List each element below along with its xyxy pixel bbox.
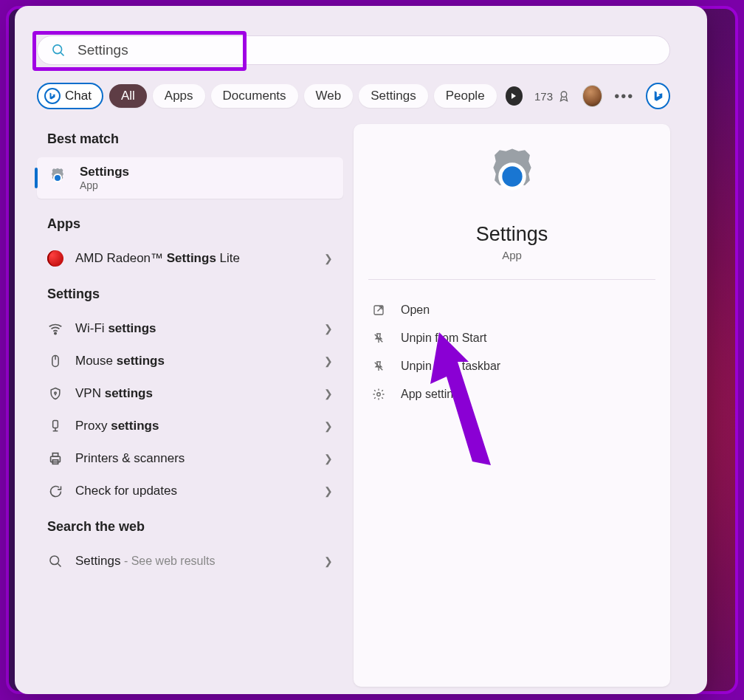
search-bar[interactable]	[37, 35, 670, 65]
more-filters-button[interactable]	[506, 86, 523, 106]
svg-point-25	[377, 393, 381, 397]
action-label: Unpin from Start	[401, 332, 486, 345]
settings-app-icon	[46, 166, 69, 190]
filter-tabs-row: Chat All Apps Documents Web Settings Peo…	[37, 83, 670, 109]
mouse-icon	[47, 353, 63, 369]
result-label: AMD Radeon™ Settings Lite	[75, 251, 312, 266]
svg-rect-13	[51, 456, 61, 461]
detail-subtitle: App	[368, 249, 655, 261]
filter-tab-documents[interactable]: Documents	[211, 84, 298, 108]
best-match-title: Settings	[80, 165, 129, 179]
result-mouse-settings[interactable]: Mouse settings ❯	[37, 345, 343, 377]
svg-rect-10	[53, 421, 58, 428]
chat-tab-label: Chat	[65, 89, 92, 103]
result-check-updates[interactable]: Check for updates ❯	[37, 475, 343, 507]
result-proxy-settings[interactable]: Proxy settings ❯	[37, 410, 343, 442]
svg-point-2	[561, 92, 567, 97]
svg-rect-14	[52, 453, 58, 457]
svg-point-5	[55, 332, 56, 334]
best-match-subtitle: App	[80, 179, 129, 191]
chevron-right-icon: ❯	[324, 253, 333, 264]
open-icon	[371, 303, 386, 318]
amd-icon	[47, 250, 63, 267]
search-icon	[51, 43, 66, 58]
bing-chat-button[interactable]	[646, 83, 670, 109]
shield-icon	[47, 385, 63, 402]
settings-large-icon	[482, 146, 542, 207]
result-amd-settings[interactable]: AMD Radeon™ Settings Lite ❯	[37, 242, 343, 275]
svg-point-8	[55, 392, 57, 394]
svg-point-16	[50, 556, 59, 565]
medal-icon	[557, 89, 571, 103]
printer-icon	[47, 450, 63, 467]
search-input[interactable]	[78, 42, 656, 58]
action-label: Open	[401, 303, 430, 317]
svg-line-17	[58, 563, 61, 566]
rewards-points[interactable]: 173	[534, 89, 571, 103]
proxy-icon	[47, 418, 63, 434]
chevron-right-icon: ❯	[324, 388, 333, 399]
result-web-settings[interactable]: Settings - See web results ❯	[37, 545, 343, 577]
action-unpin-taskbar[interactable]: Unpin from taskbar	[368, 352, 655, 380]
search-bar-container	[37, 35, 670, 65]
chevron-right-icon: ❯	[324, 420, 333, 432]
user-avatar[interactable]	[582, 85, 602, 107]
chevron-right-icon: ❯	[324, 355, 333, 367]
best-match-header: Best match	[37, 127, 343, 157]
chevron-right-icon: ❯	[324, 453, 333, 464]
svg-line-1	[61, 52, 63, 55]
chevron-right-icon: ❯	[324, 485, 333, 497]
svg-point-0	[53, 45, 62, 54]
chevron-right-icon: ❯	[324, 555, 333, 567]
filter-tab-settings[interactable]: Settings	[359, 84, 427, 108]
filter-tab-all[interactable]: All	[109, 84, 147, 108]
action-list: Open Unpin from Start Unpin from taskbar…	[368, 280, 655, 408]
filter-tab-people[interactable]: People	[434, 84, 497, 108]
action-unpin-start[interactable]: Unpin from Start	[368, 324, 655, 352]
svg-point-4	[55, 175, 61, 181]
unpin-icon	[371, 331, 386, 346]
wifi-icon	[47, 320, 63, 337]
result-wifi-settings[interactable]: Wi-Fi settings ❯	[37, 312, 343, 345]
action-open[interactable]: Open	[368, 296, 655, 324]
points-value: 173	[534, 90, 553, 103]
selection-indicator	[35, 168, 38, 188]
apps-header: Apps	[37, 212, 343, 242]
detail-title: Settings	[368, 223, 655, 246]
filter-tab-web[interactable]: Web	[304, 84, 354, 108]
settings-header: Settings	[37, 282, 343, 312]
bing-icon	[44, 88, 61, 104]
chat-tab[interactable]: Chat	[37, 83, 103, 109]
web-header: Search the web	[37, 515, 343, 545]
search-icon	[47, 553, 63, 569]
unpin-icon	[371, 359, 386, 374]
action-label: App settings	[401, 388, 466, 401]
gear-icon	[371, 387, 386, 402]
chevron-right-icon: ❯	[324, 323, 333, 334]
best-match-item[interactable]: Settings App	[37, 157, 343, 199]
action-app-settings[interactable]: App settings	[368, 380, 655, 408]
result-printers-scanners[interactable]: Printers & scanners ❯	[37, 442, 343, 475]
svg-point-19	[502, 166, 522, 186]
more-options[interactable]: •••	[608, 88, 640, 105]
start-search-panel: Chat All Apps Documents Web Settings Peo…	[15, 6, 707, 694]
result-vpn-settings[interactable]: VPN settings ❯	[37, 377, 343, 410]
filter-tab-apps[interactable]: Apps	[153, 84, 205, 108]
action-label: Unpin from taskbar	[401, 360, 500, 373]
detail-pane: Settings App Open Unpin from Start Unpin…	[354, 124, 670, 687]
results-list: Best match Settings App Apps AMD Radeon™…	[37, 124, 343, 687]
update-icon	[47, 483, 63, 499]
